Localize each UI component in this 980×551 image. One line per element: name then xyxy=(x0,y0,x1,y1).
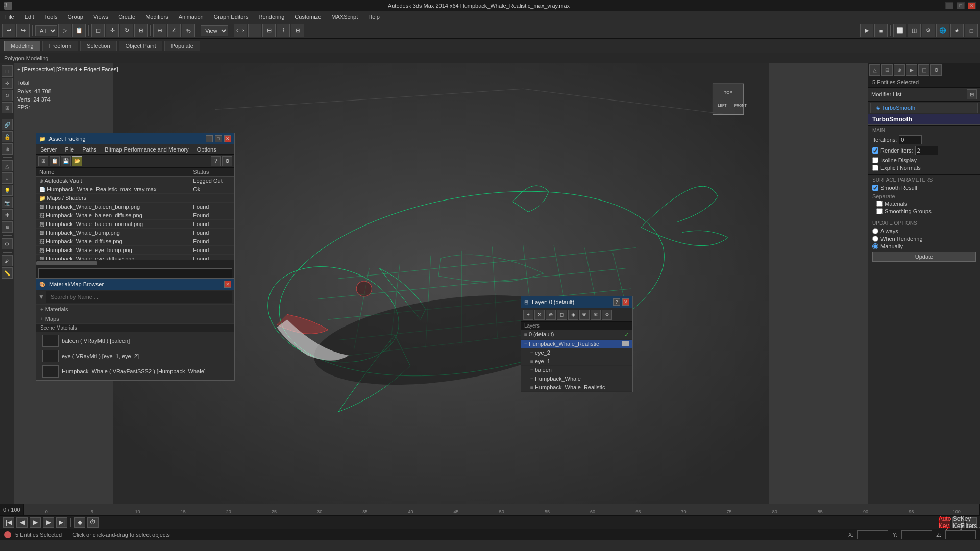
asset-tracking-close[interactable]: ✕ xyxy=(224,135,231,142)
rp-hierarchy-icon[interactable]: ⊕ xyxy=(894,64,905,76)
schematic-view[interactable]: ⊞ xyxy=(291,24,304,37)
materials-checkbox[interactable] xyxy=(876,201,883,207)
play-button[interactable]: ▶ xyxy=(30,517,41,528)
rp-modify-icon[interactable]: ⊟ xyxy=(881,64,893,76)
menu-help[interactable]: Help xyxy=(363,11,385,22)
lt-unlink[interactable]: 🔓 xyxy=(2,131,13,142)
play-anim[interactable]: ▶ xyxy=(860,24,873,37)
menu-rendering[interactable]: Rendering xyxy=(254,11,290,22)
menu-graph-editors[interactable]: Graph Editors xyxy=(209,11,254,22)
lt-link[interactable]: 🔗 xyxy=(2,119,13,130)
asset-tracking-table-container[interactable]: Name Status ⊕ Autodesk Vault Logged Out … xyxy=(36,168,234,260)
at-tb-3[interactable]: 💾 xyxy=(61,156,71,166)
lw-add-selected[interactable]: ⊕ xyxy=(546,310,556,320)
time-config-button[interactable]: ⏱ xyxy=(87,517,99,528)
turbosmooth-modifier[interactable]: ◈ TurboSmooth xyxy=(870,103,978,113)
menu-customize[interactable]: Customize xyxy=(289,11,326,22)
layers-help[interactable]: ? xyxy=(613,298,620,306)
menu-create[interactable]: Create xyxy=(113,11,140,22)
at-menu-file[interactable]: File xyxy=(61,145,78,154)
lt-system[interactable]: ⚙ xyxy=(2,238,13,249)
menu-tools[interactable]: Tools xyxy=(39,11,63,22)
at-col-name[interactable]: Name xyxy=(36,168,190,177)
tab-object-paint[interactable]: Object Paint xyxy=(119,41,163,51)
table-row[interactable]: 🖼 Humpback_Whale_diffuse.png Found xyxy=(36,237,234,246)
snap-toggle[interactable]: ⊕ xyxy=(153,24,166,37)
lt-camera[interactable]: 📷 xyxy=(2,197,13,208)
table-row[interactable]: ≡ 0 (default) ✓ xyxy=(521,330,632,340)
mb-materials-section[interactable]: + Materials xyxy=(36,305,234,314)
list-item[interactable]: Humpback_Whale ( VRayFastSSS2 ) [Humpbac… xyxy=(36,364,234,379)
next-frame-button[interactable]: ▶ xyxy=(43,517,54,528)
table-row[interactable]: 📁 Maps / Shaders xyxy=(36,194,234,203)
table-row[interactable]: ≡ eye_1 xyxy=(521,357,632,366)
table-row[interactable]: 🖼 Humpback_Whale_baleen_bump.png Found xyxy=(36,203,234,211)
stop-anim[interactable]: ■ xyxy=(874,24,888,37)
table-row[interactable]: 🖼 Humpback_Whale_baleen_diffuse.png Foun… xyxy=(36,211,234,220)
render-iters-checkbox[interactable] xyxy=(872,147,878,154)
lw-settings[interactable]: ⚙ xyxy=(602,310,612,320)
menu-file[interactable]: File xyxy=(0,11,19,22)
table-row[interactable]: ≡ Humpback_Whale xyxy=(521,374,632,383)
render-btn[interactable]: ⬜ xyxy=(893,24,906,37)
go-start-button[interactable]: |◀ xyxy=(3,517,14,528)
selection-filter[interactable]: All xyxy=(35,25,57,36)
table-row[interactable]: 🖼 Humpback_Whale_eye_bump.png Found xyxy=(36,246,234,255)
menu-maxscript[interactable]: MAXScript xyxy=(326,11,363,22)
at-tb-help[interactable]: ? xyxy=(211,156,221,166)
table-row[interactable]: 📄 Humpback_Whale_Realistic_max_vray.max … xyxy=(36,185,234,194)
render-frame[interactable]: ◫ xyxy=(908,24,921,37)
table-row[interactable]: ⊕ Autodesk Vault Logged Out xyxy=(36,177,234,185)
menu-animation[interactable]: Animation xyxy=(174,11,209,22)
table-row[interactable]: 🖼 Humpback_Whale_baleen_normal.png Found xyxy=(36,220,234,229)
at-menu-bitmap[interactable]: Bitmap Performance and Memory xyxy=(101,145,192,154)
undo-button[interactable]: ↩ xyxy=(2,24,15,37)
when-rendering-radio[interactable] xyxy=(872,236,878,242)
lt-move[interactable]: ✛ xyxy=(2,78,13,89)
always-radio[interactable] xyxy=(872,228,878,234)
layers-titlebar[interactable]: ⊟ Layer: 0 (default) ? ✕ xyxy=(521,296,632,308)
at-tb-4[interactable]: 📂 xyxy=(72,156,82,166)
at-col-status[interactable]: Status xyxy=(190,168,234,177)
asset-tracking-titlebar[interactable]: 📁 Asset Tracking ─ □ ✕ xyxy=(36,133,234,144)
lt-paint[interactable]: 🖌 xyxy=(2,255,13,266)
tab-selection[interactable]: Selection xyxy=(80,41,116,51)
mat-browser-search[interactable] xyxy=(46,291,232,303)
close-button[interactable]: ✕ xyxy=(968,2,976,9)
asset-tracking-min[interactable]: ─ xyxy=(206,135,213,142)
tab-populate[interactable]: Populate xyxy=(164,41,200,51)
layer-manager[interactable]: ⊟ xyxy=(262,24,276,37)
render-env[interactable]: 🌐 xyxy=(936,24,949,37)
at-tb-1[interactable]: ⊞ xyxy=(38,156,48,166)
modifier-configure-icon[interactable]: ⊟ xyxy=(967,89,977,99)
menu-modifiers[interactable]: Modifiers xyxy=(140,11,174,22)
menu-views[interactable]: Views xyxy=(88,11,113,22)
rp-display-icon[interactable]: ◫ xyxy=(918,64,929,76)
list-item[interactable]: baleen ( VRayMtl ) [baleen] xyxy=(36,333,234,348)
mat-browser-close[interactable]: ✕ xyxy=(224,281,231,288)
rp-create-icon[interactable]: △ xyxy=(869,64,880,76)
menu-edit[interactable]: Edit xyxy=(19,11,39,22)
select-obj-button[interactable]: ◻ xyxy=(91,24,105,37)
table-row[interactable]: 🖼 Humpback_Whale_eye_diffuse.png Found xyxy=(36,255,234,260)
mirror-button[interactable]: ⟺ xyxy=(234,24,247,37)
angle-snap[interactable]: ∠ xyxy=(167,24,181,37)
table-row[interactable]: ≡ eye_2 xyxy=(521,348,632,357)
at-scrollbar[interactable] xyxy=(36,260,234,266)
select-name-button[interactable]: 📋 xyxy=(72,24,86,37)
select-button[interactable]: ▷ xyxy=(58,24,71,37)
mb-maps-section[interactable]: + Maps xyxy=(36,314,234,324)
lt-select[interactable]: ◻ xyxy=(2,65,13,77)
at-menu-paths[interactable]: Paths xyxy=(78,145,101,154)
key-mode-button[interactable]: ◆ xyxy=(74,517,85,528)
lt-shape[interactable]: ○ xyxy=(2,172,13,184)
manually-radio[interactable] xyxy=(872,243,878,249)
key-filters-button[interactable]: Key Filters... xyxy=(966,517,977,528)
mat-browser-titlebar[interactable]: 🎨 Material/Map Browser ✕ xyxy=(36,279,234,290)
tab-modeling[interactable]: Modeling xyxy=(4,41,40,51)
rp-motion-icon[interactable]: ▶ xyxy=(906,64,917,76)
z-coord-input[interactable] xyxy=(945,530,976,539)
render-iters-input[interactable] xyxy=(915,146,938,155)
iterations-input[interactable] xyxy=(899,135,922,144)
lw-select-objects[interactable]: ◻ xyxy=(557,310,567,320)
